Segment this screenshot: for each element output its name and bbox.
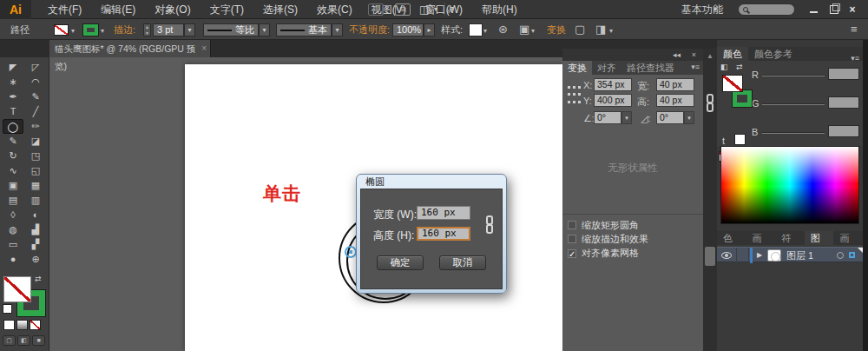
- color-spectrum[interactable]: [720, 146, 859, 224]
- zoom-tool[interactable]: ⊕: [25, 252, 46, 267]
- screen-mode-menu-button[interactable]: ◧: [17, 335, 30, 346]
- layer-row[interactable]: ▶ 图层 1: [717, 247, 863, 262]
- link-dimensions-icon[interactable]: [705, 94, 715, 116]
- tab-artboards[interactable]: 画板: [833, 231, 863, 245]
- stroke-weight-label[interactable]: 描边:: [114, 19, 135, 40]
- height-input[interactable]: 160 px: [417, 227, 470, 241]
- swap-fill-stroke-icon[interactable]: ⇄: [35, 275, 42, 283]
- selection-tool[interactable]: ◤: [3, 60, 23, 75]
- blend-tool[interactable]: ◐: [25, 208, 46, 222]
- gradient-mode-button[interactable]: [16, 320, 28, 330]
- opacity-dropdown[interactable]: ▸: [424, 23, 435, 36]
- menu-item-3[interactable]: 文字(T): [201, 0, 253, 19]
- selection-badge[interactable]: [849, 252, 855, 258]
- menu-item-8[interactable]: 帮助(H): [472, 0, 527, 19]
- tint-swatch[interactable]: [734, 134, 746, 145]
- none-mode-button[interactable]: [30, 320, 41, 330]
- select-similar-chevron-icon[interactable]: ▾: [531, 27, 535, 35]
- color-mode-button[interactable]: [3, 320, 15, 330]
- menu-item-0[interactable]: 文件(F): [38, 0, 91, 19]
- channel-r-slider[interactable]: [762, 75, 825, 76]
- channel-g-value[interactable]: [828, 96, 859, 109]
- menu-item-2[interactable]: 对象(O): [145, 0, 200, 19]
- style-label[interactable]: 样式:: [441, 19, 463, 40]
- swap-colors-icon[interactable]: ⇄: [736, 63, 743, 71]
- cancel-button[interactable]: 取消: [439, 255, 486, 270]
- tab-swatches[interactable]: 色板: [717, 231, 746, 245]
- rotate-input[interactable]: 0°: [594, 111, 621, 124]
- style-swatch[interactable]: [469, 23, 483, 36]
- recolor-artwork-icon[interactable]: ⊛: [498, 19, 508, 40]
- paintbrush-tool[interactable]: ✏: [25, 119, 46, 134]
- checkbox-icon[interactable]: ✓: [568, 249, 576, 258]
- gradient-tool[interactable]: ▥: [25, 193, 46, 208]
- rotate-tool[interactable]: ↻: [3, 149, 23, 163]
- width-profile-select[interactable]: 等比: [203, 23, 259, 36]
- search-input[interactable]: [738, 3, 795, 16]
- layer-thumbnail[interactable]: [767, 249, 781, 262]
- stock-icon[interactable]: St: [395, 3, 411, 16]
- tab-symbols[interactable]: 符号: [775, 231, 805, 245]
- ok-button[interactable]: 确定: [377, 255, 424, 270]
- arrange-documents-icon[interactable]: ◫: [419, 0, 429, 19]
- channel-g-slider[interactable]: [762, 103, 825, 105]
- isolate-chevron-icon[interactable]: ▾: [609, 27, 613, 35]
- perspective-grid-tool[interactable]: ▦: [25, 178, 46, 193]
- visibility-eye-icon[interactable]: [721, 252, 732, 259]
- document-close-icon[interactable]: ×: [201, 40, 207, 57]
- tab-align[interactable]: 对齐: [592, 61, 621, 75]
- width-profile-dropdown[interactable]: ▾: [259, 23, 270, 36]
- minimize-button[interactable]: [806, 0, 823, 19]
- height-field-input[interactable]: 40 px: [656, 94, 694, 107]
- layer-name[interactable]: 图层 1: [786, 248, 813, 263]
- scrollbar-thumb[interactable]: [705, 247, 715, 266]
- brush-definition-dropdown[interactable]: ▾: [332, 23, 343, 36]
- pen-tool[interactable]: ✒: [3, 89, 23, 104]
- close-panel-icon[interactable]: ×: [692, 50, 696, 59]
- fill-stroke-indicator-icon[interactable]: ◧: [720, 63, 728, 71]
- default-fill-stroke-icon[interactable]: [3, 304, 12, 314]
- type-tool[interactable]: T: [3, 104, 23, 119]
- menu-item-1[interactable]: 编辑(E): [91, 0, 145, 19]
- tab-brushes[interactable]: 画笔: [746, 231, 776, 245]
- shear-input[interactable]: 0°: [656, 111, 684, 124]
- shear-dropdown[interactable]: ▾: [684, 111, 694, 124]
- scale-tool[interactable]: ◳: [25, 149, 46, 163]
- select-similar-icon[interactable]: ▣: [519, 19, 529, 40]
- graph-tool[interactable]: ▟: [25, 222, 46, 237]
- screen-mode-full-button[interactable]: ■: [32, 335, 45, 346]
- x-input[interactable]: 354 px: [594, 78, 632, 91]
- menu-item-4[interactable]: 选择(S): [253, 0, 307, 19]
- tab-transform[interactable]: 变换: [562, 61, 592, 75]
- fill-chevron-icon[interactable]: ▾: [71, 27, 75, 35]
- checkbox-icon[interactable]: [568, 235, 576, 243]
- scale-strokes-option[interactable]: 缩放描边和效果: [568, 233, 648, 245]
- line-segment-tool[interactable]: ╱: [25, 104, 46, 119]
- control-panel-menu-icon[interactable]: ≡: [851, 19, 858, 40]
- y-input[interactable]: 400 px: [594, 94, 632, 107]
- tab-layers[interactable]: 图层: [805, 231, 834, 245]
- tab-pathfinder[interactable]: 路径查找器: [621, 61, 680, 75]
- tint-icon[interactable]: t: [722, 136, 725, 146]
- bounding-box-icon[interactable]: ▢: [575, 19, 585, 40]
- ellipse-tool[interactable]: ◯: [3, 119, 23, 134]
- color-fill-none-swatch[interactable]: [722, 75, 743, 92]
- menu-item-5[interactable]: 效果(C): [307, 0, 362, 19]
- stroke-chevron-icon[interactable]: ▾: [101, 27, 104, 35]
- screen-mode-normal-button[interactable]: ▢: [3, 335, 16, 346]
- style-chevron-icon[interactable]: ▾: [483, 27, 487, 35]
- checkbox-icon[interactable]: [568, 221, 576, 229]
- restore-button[interactable]: [825, 0, 842, 19]
- constrain-proportions-icon[interactable]: [484, 215, 495, 238]
- rotate-dropdown[interactable]: ▾: [621, 111, 632, 124]
- document-tab[interactable]: 猫头鹰图标* @ 74% (RGB/GPU 预览) ×: [49, 40, 211, 57]
- direct-selection-tool[interactable]: ◸: [25, 60, 46, 75]
- lasso-tool[interactable]: ◠: [25, 75, 46, 89]
- pencil-tool[interactable]: ✎: [3, 134, 23, 149]
- eraser-tool[interactable]: ◪: [25, 134, 46, 149]
- stroke-weight-dropdown[interactable]: ▾: [184, 23, 195, 36]
- width-field-input[interactable]: 40 px: [656, 78, 694, 91]
- brush-definition-select[interactable]: 基本: [276, 23, 332, 36]
- stroke-stepper[interactable]: ▲▼: [143, 23, 151, 36]
- fill-color-swatch[interactable]: [54, 24, 69, 36]
